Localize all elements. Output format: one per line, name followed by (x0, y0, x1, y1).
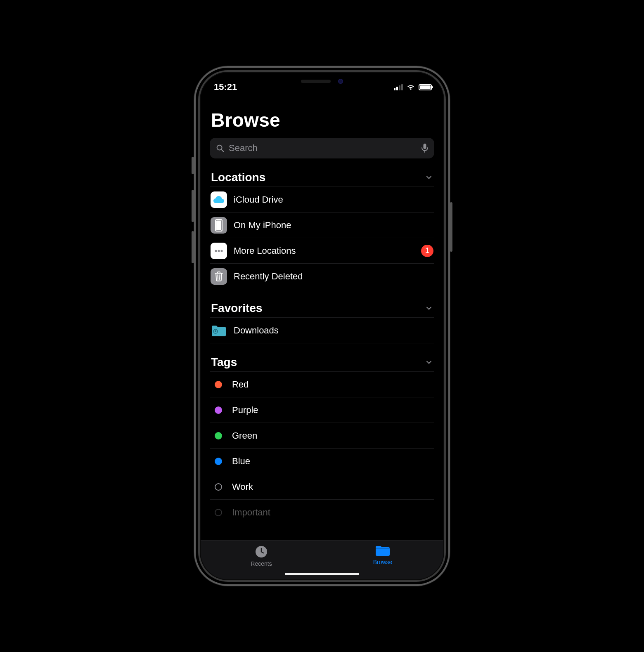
section-locations: Locations iCloud Drive (210, 171, 434, 289)
wifi-icon (406, 84, 415, 90)
tab-browse[interactable]: Browse (346, 545, 420, 565)
search-input[interactable] (229, 143, 417, 154)
row-label: Purple (232, 405, 434, 416)
icloud-icon (211, 191, 227, 208)
content[interactable]: Browse (201, 97, 443, 540)
location-recently-deleted[interactable]: Recently Deleted (210, 264, 434, 289)
page-title: Browse (210, 97, 434, 138)
trash-icon (211, 268, 227, 285)
row-label: Downloads (234, 325, 434, 336)
row-label: Green (232, 430, 434, 441)
row-label: Blue (232, 456, 434, 467)
notification-badge: 1 (421, 245, 433, 257)
row-label: iCloud Drive (234, 194, 434, 205)
tag-color-dot (215, 381, 222, 388)
status-time: 15:21 (214, 82, 237, 92)
tab-label: Browse (373, 559, 393, 565)
home-indicator[interactable] (285, 573, 359, 575)
svg-point-8 (220, 250, 223, 252)
speaker-grill (301, 80, 331, 83)
section-title: Favorites (211, 302, 263, 315)
iphone-icon (211, 217, 227, 234)
favorite-downloads[interactable]: Downloads (210, 318, 434, 343)
side-button (450, 202, 452, 252)
section-tags: Tags Red Purple (210, 356, 434, 525)
row-label: Red (232, 379, 434, 390)
chevron-down-icon (425, 173, 433, 182)
tag-color-dot (215, 432, 222, 439)
section-header-favorites[interactable]: Favorites (210, 302, 434, 317)
search-icon (215, 144, 225, 153)
tag-red[interactable]: Red (210, 372, 434, 397)
status-indicators (394, 84, 432, 90)
section-header-locations[interactable]: Locations (210, 171, 434, 187)
front-camera (338, 79, 343, 84)
svg-point-6 (215, 250, 217, 252)
volume-down-button (192, 231, 194, 263)
tag-green[interactable]: Green (210, 423, 434, 449)
tab-bar: Recents Browse (201, 540, 443, 579)
tag-blue[interactable]: Blue (210, 449, 434, 474)
tag-purple[interactable]: Purple (210, 397, 434, 423)
cellular-signal-icon (394, 84, 403, 90)
svg-rect-2 (424, 144, 426, 149)
battery-icon (419, 84, 432, 90)
section-header-tags[interactable]: Tags (210, 356, 434, 371)
row-label: Recently Deleted (234, 271, 434, 282)
tag-color-dot (215, 483, 222, 491)
location-more-locations[interactable]: More Locations 1 (210, 238, 434, 264)
location-on-my-iphone[interactable]: On My iPhone (210, 213, 434, 238)
row-label: Important (232, 507, 434, 518)
notch (266, 73, 378, 90)
tag-color-dot (215, 406, 222, 414)
section-title: Locations (211, 171, 265, 184)
folder-icon (375, 545, 391, 557)
chevron-down-icon (425, 358, 433, 366)
tab-label: Recents (251, 560, 272, 567)
chevron-down-icon (425, 304, 433, 312)
row-label: Work (232, 482, 434, 492)
section-title: Tags (211, 356, 237, 369)
tag-work[interactable]: Work (210, 474, 434, 500)
volume-up-button (192, 190, 194, 222)
clock-icon (254, 545, 268, 559)
mute-switch (192, 157, 194, 174)
locations-list: iCloud Drive On My iPhone (210, 187, 434, 289)
screen: 15:21 Browse (201, 73, 443, 579)
downloads-folder-icon (211, 322, 227, 339)
ellipsis-icon (211, 243, 227, 259)
svg-point-7 (218, 250, 220, 252)
section-favorites: Favorites (210, 302, 434, 343)
location-icloud-drive[interactable]: iCloud Drive (210, 187, 434, 213)
search-bar[interactable] (210, 138, 434, 158)
svg-line-1 (221, 149, 223, 151)
stage: 15:21 Browse (0, 0, 644, 652)
svg-rect-5 (216, 220, 221, 230)
tag-color-dot (215, 509, 222, 516)
tag-color-dot (215, 458, 222, 465)
row-label: More Locations (234, 246, 414, 256)
tags-list: Red Purple Green Blue (210, 371, 434, 525)
favorites-list: Downloads (210, 317, 434, 343)
row-label: On My iPhone (234, 220, 434, 231)
tag-important[interactable]: Important (210, 500, 434, 525)
microphone-icon[interactable] (421, 143, 429, 153)
svg-rect-13 (376, 548, 390, 549)
phone-frame: 15:21 Browse (194, 66, 450, 586)
tab-recents[interactable]: Recents (224, 545, 298, 567)
